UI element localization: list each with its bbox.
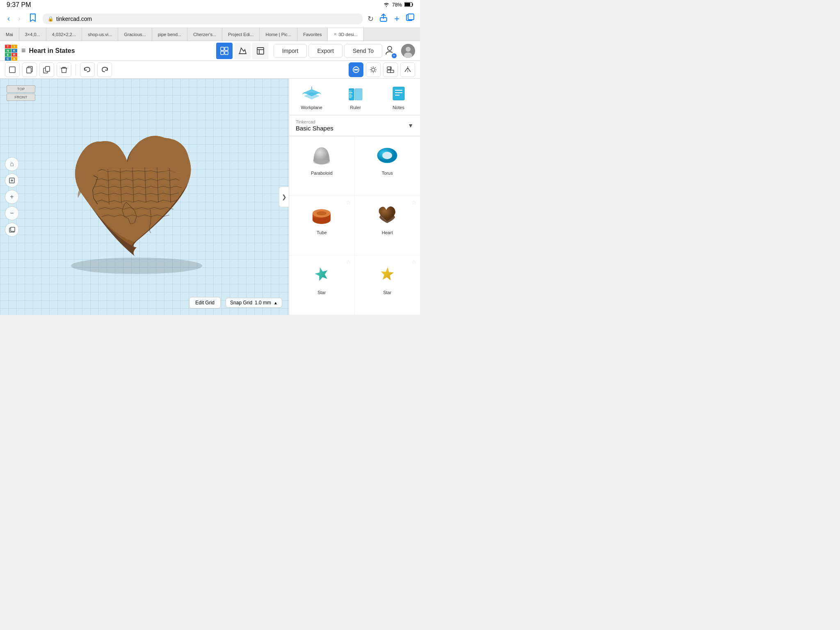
logo-e: E [5, 53, 11, 57]
shape-star-gold[interactable]: ☆ Star [355, 256, 420, 315]
tab-cherzer[interactable]: Cherzer's... [187, 28, 222, 41]
tab-gracious[interactable]: Gracious... [118, 28, 152, 41]
zoom-out-button[interactable]: − [5, 206, 19, 220]
svg-rect-18 [9, 67, 15, 73]
export-button[interactable]: Export [308, 44, 342, 58]
ruler-label: Ruler [350, 105, 361, 110]
home-view-button[interactable]: ⌂ [5, 157, 19, 171]
svg-point-29 [356, 69, 356, 70]
url-bar[interactable]: 🔒 tinkercad.com [43, 14, 363, 24]
tab-pipe[interactable]: pipe bend... [152, 28, 188, 41]
status-bar: 9:37 PM 78% [0, 0, 420, 10]
status-icons: 78% [383, 2, 413, 8]
tab-home[interactable]: Home | Pic... [260, 28, 297, 41]
shapes-name: Basic Shapes [296, 125, 333, 132]
svg-line-38 [375, 67, 375, 68]
svg-point-0 [386, 6, 387, 7]
tab-shop[interactable]: shop-us.vi... [82, 28, 118, 41]
browser-nav: ‹ › [5, 14, 23, 24]
shape-heart[interactable]: ☆ [355, 196, 420, 255]
shapes-dropdown[interactable]: Tinkercad Basic Shapes ▼ [289, 115, 420, 136]
shape-star-teal[interactable]: ☆ Star [289, 256, 355, 315]
shapes-info: Tinkercad Basic Shapes [296, 119, 333, 132]
select-button[interactable] [5, 62, 20, 77]
wifi-icon [383, 2, 390, 8]
comment-button[interactable] [349, 62, 363, 77]
build-view-button[interactable] [234, 43, 251, 59]
browser-actions: + [379, 13, 415, 25]
canvas-area[interactable]: TOP FRONT ⌂ + − [0, 79, 289, 315]
tab-label: Gracious... [124, 32, 146, 37]
flat-view-button[interactable] [252, 43, 269, 59]
new-tab-button[interactable]: + [394, 13, 399, 25]
notes-button[interactable]: Notes [389, 84, 409, 110]
collapse-panel-button[interactable]: ❯ [279, 187, 289, 207]
star-teal-favorite-star[interactable]: ☆ [346, 259, 351, 265]
logo-r: R [11, 53, 18, 57]
align-button[interactable] [383, 62, 398, 77]
redo-button[interactable] [97, 62, 112, 77]
grid-view-button[interactable] [216, 43, 233, 59]
zoom-in-button[interactable]: + [5, 190, 19, 204]
project-name: Heart in States [29, 47, 216, 55]
undo-button[interactable] [80, 62, 95, 77]
shapes-scroll[interactable]: Paraboloid [289, 136, 420, 315]
tube-favorite-star[interactable]: ☆ [346, 199, 351, 205]
reload-button[interactable]: ↻ [368, 14, 374, 23]
tab-3d-design[interactable]: ✕ 3D desi... [328, 28, 363, 41]
workplane-button[interactable]: Workplane [301, 84, 322, 110]
tab-project[interactable]: Project Edi... [222, 28, 260, 41]
back-button[interactable]: ‹ [5, 14, 12, 24]
tab-favorites[interactable]: Favorites [297, 28, 328, 41]
copy-button[interactable] [22, 62, 37, 77]
svg-line-39 [371, 71, 371, 72]
avatar-button[interactable] [401, 44, 415, 58]
shape-tube[interactable]: ☆ [289, 196, 355, 255]
svg-rect-9 [225, 51, 228, 55]
send-to-button[interactable]: Send To [344, 44, 382, 58]
view-cube[interactable]: TOP FRONT [7, 85, 35, 110]
battery-percent: 78% [392, 2, 402, 8]
tab-mai[interactable]: Mai [0, 28, 19, 41]
duplicate-button[interactable] [39, 62, 54, 77]
forward-button[interactable]: › [16, 14, 23, 24]
svg-line-36 [371, 67, 371, 68]
tab-3x4[interactable]: 3×4,0... [19, 28, 46, 41]
ruler-button[interactable]: Ruler [346, 84, 365, 110]
star-gold-favorite-star[interactable]: ☆ [411, 259, 417, 265]
tab-label: pipe bend... [158, 32, 182, 37]
share-button[interactable] [379, 13, 388, 25]
light-button[interactable] [366, 62, 381, 77]
paraboloid-visual [307, 143, 336, 167]
svg-line-37 [375, 71, 375, 72]
import-button[interactable]: Import [274, 44, 307, 58]
svg-rect-69 [393, 87, 404, 100]
zoom-controls: ⌂ + − [5, 157, 19, 237]
snap-grid-up-button[interactable]: ▲ [274, 301, 278, 305]
mirror-button[interactable] [400, 62, 415, 77]
notes-label: Notes [393, 105, 404, 110]
bookmarks-button[interactable] [28, 13, 38, 25]
tabs-button[interactable] [405, 13, 415, 25]
menu-button[interactable]: ≡ [21, 46, 26, 55]
shape-torus[interactable]: Torus [355, 136, 420, 196]
perspective-button[interactable] [5, 223, 19, 237]
main-content: TOP FRONT ⌂ + − [0, 79, 420, 315]
svg-rect-48 [11, 227, 15, 231]
view-cube-front: FRONT [7, 94, 35, 101]
shape-paraboloid[interactable]: Paraboloid [289, 136, 355, 196]
fit-view-button[interactable] [5, 173, 19, 187]
shapes-category: Tinkercad [296, 119, 333, 124]
tab-label: Project Edi... [228, 32, 253, 37]
edit-grid-button[interactable]: Edit Grid [189, 297, 221, 308]
workplane-label: Workplane [301, 105, 322, 110]
tab-close-icon[interactable]: ✕ [333, 32, 337, 37]
heart-favorite-star[interactable]: ☆ [411, 199, 417, 205]
delete-button[interactable] [57, 62, 71, 77]
battery-icon [404, 2, 413, 8]
add-user-badge: + [384, 44, 396, 58]
svg-point-30 [357, 69, 358, 70]
tab-4032[interactable]: 4,032×2,2... [46, 28, 82, 41]
add-user-icon[interactable]: + [391, 53, 397, 59]
tab-label: 4,032×2,2... [52, 32, 76, 37]
